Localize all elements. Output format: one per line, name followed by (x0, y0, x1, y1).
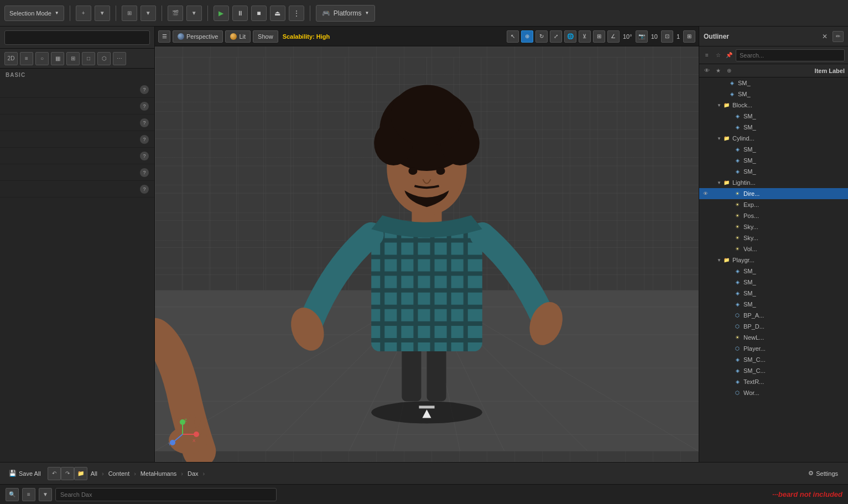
rotate-tool[interactable]: ↻ (535, 30, 548, 43)
eject-button[interactable]: ⏏ (270, 6, 285, 21)
filter-icon-btn[interactable]: ≡ (22, 488, 35, 501)
tree-item[interactable]: ◈SM_ (699, 266, 848, 277)
scale-tool[interactable]: ⤢ (550, 30, 562, 43)
show-button[interactable]: Show (253, 30, 278, 43)
tree-item[interactable]: ☀Exp... (699, 199, 848, 210)
tree-item[interactable]: ▼📁Block... (699, 100, 848, 111)
viewport-canvas[interactable]: X Z Y (155, 46, 699, 462)
tree-arrow[interactable]: ▼ (716, 136, 722, 141)
tree-item[interactable]: ☀Pos... (699, 210, 848, 221)
tree-item[interactable]: ◈SM_ (699, 299, 848, 310)
outliner-close-button[interactable]: ✕ (820, 32, 829, 41)
tree-arrow[interactable]: ▼ (716, 103, 722, 108)
more-button[interactable]: ⋮ (289, 6, 304, 21)
help-icon-5[interactable]: ? (140, 152, 149, 160)
select-tool[interactable]: ↖ (507, 30, 519, 43)
grid-snap-tool[interactable]: ⊞ (593, 30, 605, 43)
viewport-layout-tool[interactable]: ⊡ (661, 30, 673, 43)
help-icon-7[interactable]: ? (140, 185, 149, 194)
stop-button[interactable]: ■ (251, 6, 267, 21)
tree-item[interactable]: ◈SM_ (699, 111, 848, 122)
breadcrumb-content[interactable]: Content (108, 470, 130, 477)
tree-item[interactable]: ⬡Player... (699, 343, 848, 354)
panel-item-6[interactable]: ? (0, 164, 154, 181)
save-all-button[interactable]: 💾 Save All (6, 469, 44, 478)
filter-down-btn[interactable]: ▼ (39, 488, 52, 501)
browse-button[interactable]: 📁 (74, 467, 87, 480)
icon-2d[interactable]: 2D (4, 52, 18, 65)
icon-cylinder[interactable]: ⬡ (97, 52, 111, 65)
search-dax-input[interactable] (55, 488, 277, 501)
snap-options-button[interactable]: ▼ (141, 6, 156, 21)
globe-tool[interactable]: 🌐 (564, 30, 576, 43)
eye-icon[interactable]: 👁 (701, 190, 709, 198)
actor-options-button[interactable]: ▼ (95, 6, 110, 21)
icon-shapes[interactable]: ○ (35, 52, 49, 65)
undo-button[interactable]: ↶ (48, 467, 61, 480)
tree-item[interactable]: ◈SM_ (699, 77, 848, 89)
redo-button[interactable]: ↷ (61, 467, 74, 480)
panel-item-2[interactable]: ? (0, 98, 154, 115)
icon-box[interactable]: □ (82, 52, 95, 65)
perspective-button[interactable]: Perspective (173, 30, 223, 43)
icon-layers[interactable]: ≡ (20, 52, 33, 65)
tree-arrow[interactable]: ▼ (716, 258, 722, 263)
tree-item[interactable]: ◈SM_ (699, 144, 848, 155)
tree-item[interactable]: ⬡BP_D... (699, 321, 848, 332)
viewport-area[interactable]: ☰ Perspective Lit Show Scalability: High… (155, 27, 699, 462)
tree-item[interactable]: ◈SM_ (699, 288, 848, 299)
new-actor-button[interactable]: + (76, 6, 91, 21)
outliner-pencil-button[interactable]: ✏ (833, 31, 844, 42)
outliner-tree[interactable]: ◈SM_ ◈SM_ ▼📁Block... ◈SM_ ◈SM_ ▼📁Cylind.… (699, 77, 848, 462)
tree-item[interactable]: ☀Vol... (699, 243, 848, 254)
breadcrumb-dax[interactable]: Dax (188, 470, 199, 477)
help-icon-3[interactable]: ? (140, 118, 149, 127)
settings-button[interactable]: ⚙ Settings (804, 469, 842, 478)
cinematics-options-button[interactable]: ▼ (186, 6, 202, 21)
tree-item[interactable]: ▼📁Playgr... (699, 254, 848, 266)
star-col-icon[interactable]: ★ (714, 66, 722, 75)
camera-speed-tool[interactable]: 📷 (636, 30, 648, 43)
tree-item[interactable]: ▼📁Lightin... (699, 177, 848, 188)
panel-item-1[interactable]: ? (0, 81, 154, 98)
tree-item[interactable]: ◈SM_ (699, 166, 848, 177)
cinematics-button[interactable]: 🎬 (168, 6, 183, 21)
help-icon-2[interactable]: ? (140, 102, 149, 111)
play-button[interactable]: ▶ (214, 6, 229, 21)
tree-item[interactable]: ☀NewL... (699, 332, 848, 343)
help-icon-4[interactable]: ? (140, 135, 149, 144)
tree-item[interactable]: ▼📁Cylind... (699, 133, 848, 144)
panel-item-7[interactable]: ? (0, 181, 154, 198)
maximize-tool[interactable]: ⊞ (683, 30, 695, 43)
tree-item[interactable]: ☀Sky... (699, 232, 848, 243)
tree-item[interactable]: ☀Sky... (699, 221, 848, 232)
tree-item[interactable]: ◈SM_ (699, 89, 848, 100)
translate-tool[interactable]: ⊕ (521, 30, 533, 43)
tree-item[interactable]: ◈SM_C... (699, 354, 848, 365)
search-icon-btn[interactable]: 🔍 (6, 488, 19, 501)
snap-grid-button[interactable]: ⊞ (122, 6, 137, 21)
outliner-search-input[interactable] (736, 49, 845, 61)
platforms-button[interactable]: 🎮 Platforms ▼ (316, 5, 376, 22)
panel-item-3[interactable]: ? (0, 115, 154, 131)
tree-item[interactable]: ◈SM_ (699, 122, 848, 133)
panel-item-5[interactable]: ? (0, 148, 154, 164)
tree-item[interactable]: ⬡Wor... (699, 387, 848, 398)
viewport-menu-button[interactable]: ☰ (158, 30, 170, 43)
visibility-col-icon[interactable]: 👁 (703, 66, 711, 75)
breadcrumb-all[interactable]: All (91, 470, 97, 477)
outliner-filter-button[interactable]: ≡ (703, 51, 711, 60)
angle-snap-tool[interactable]: ∠ (607, 30, 620, 43)
tree-item[interactable]: ◈SM_ (699, 277, 848, 288)
content-search-input[interactable] (4, 30, 150, 45)
pause-button[interactable]: ⏸ (232, 6, 248, 21)
help-icon-6[interactable]: ? (140, 168, 149, 177)
pin-col-icon[interactable]: ⊕ (725, 66, 733, 75)
icon-dots[interactable]: ⊞ (66, 52, 80, 65)
help-icon-1[interactable]: ? (140, 85, 149, 94)
outliner-star-button[interactable]: ☆ (714, 51, 722, 60)
outliner-pin-button[interactable]: 📌 (725, 51, 733, 60)
tree-item[interactable]: ◈TextR... (699, 376, 848, 387)
surface-snap-tool[interactable]: ⊻ (579, 30, 591, 43)
panel-item-4[interactable]: ? (0, 131, 154, 148)
